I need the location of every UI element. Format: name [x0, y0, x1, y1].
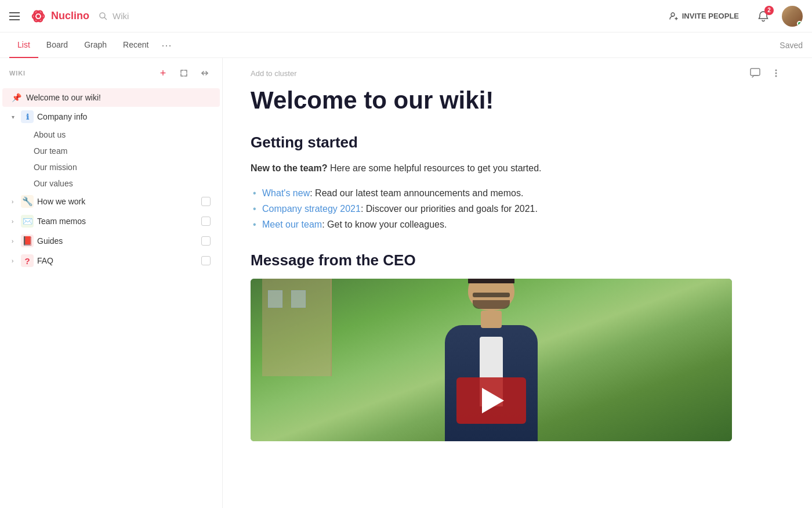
svg-point-7: [775, 70, 777, 71]
guides-icon: 📕: [21, 235, 34, 247]
play-button[interactable]: [456, 377, 526, 424]
sidebar-cluster-faq[interactable]: › ? FAQ: [2, 251, 220, 271]
search-placeholder: Wiki: [113, 11, 129, 21]
content-body: Welcome to our wiki! Getting started New…: [223, 81, 812, 464]
faq-icon: ?: [21, 254, 34, 267]
sidebar-item-welcome[interactable]: 📌 Welcome to our wiki!: [2, 88, 220, 107]
sidebar-title: WIKI: [9, 70, 150, 77]
chevron-right-icon-4[interactable]: ›: [12, 258, 21, 264]
chevron-right-icon-3[interactable]: ›: [12, 238, 21, 244]
svg-point-8: [775, 73, 777, 74]
saved-indicator: Saved: [780, 41, 803, 50]
whats-new-link[interactable]: What's new: [262, 188, 310, 198]
cluster-faq-checkbox[interactable]: [201, 256, 211, 265]
svg-point-3: [37, 15, 40, 18]
ceo-video[interactable]: [251, 279, 732, 441]
cluster-how-we-work-checkbox[interactable]: [201, 197, 211, 206]
nuclino-logo-icon: [29, 7, 48, 26]
cluster-how-we-work-label: How we work: [37, 197, 201, 206]
play-triangle-icon: [482, 388, 504, 413]
svg-rect-6: [751, 69, 760, 75]
ceo-message-heading: Message from the CEO: [251, 251, 784, 269]
online-indicator: [797, 21, 802, 26]
tab-bar: List Board Graph Recent ⋯ Saved: [0, 33, 812, 58]
cluster-faq-label: FAQ: [37, 256, 201, 265]
cluster-guides-checkbox[interactable]: [201, 236, 211, 246]
person-plus-icon: [669, 12, 679, 21]
team-memos-icon: ✉️: [21, 215, 34, 228]
sidebar-item-about-us[interactable]: About us: [2, 127, 220, 143]
search-icon: [99, 12, 108, 21]
chevron-right-icon[interactable]: ›: [12, 199, 21, 205]
top-nav-right: INVITE PEOPLE 2: [664, 6, 803, 27]
comment-icon[interactable]: [747, 65, 763, 81]
svg-point-9: [775, 75, 777, 77]
sidebar-header: WIKI +: [0, 58, 222, 88]
sidebar: WIKI + 📌 Welcome: [0, 58, 223, 508]
sidebar-add-button[interactable]: +: [155, 65, 171, 81]
list-item-meet-team: Meet our team: Get to know your colleagu…: [251, 217, 784, 232]
tab-list[interactable]: List: [9, 33, 38, 58]
search-bar[interactable]: Wiki: [99, 11, 654, 21]
hamburger-menu[interactable]: [9, 12, 20, 20]
sidebar-expand-button[interactable]: [176, 65, 192, 81]
meet-team-link[interactable]: Meet our team: [262, 219, 322, 229]
sidebar-cluster-company-info[interactable]: ▾ ℹ Company info: [2, 107, 220, 127]
content-area: Add to cluster Welcome t: [223, 58, 812, 508]
intro-paragraph: New to the team? Here are some helpful r…: [251, 161, 784, 176]
content-actions: [747, 65, 784, 81]
intro-bold: New to the team?: [251, 163, 327, 173]
invite-label: INVITE PEOPLE: [682, 12, 739, 20]
dots-vertical-icon: [771, 68, 781, 78]
chevron-down-icon[interactable]: ▾: [12, 114, 21, 120]
logo[interactable]: Nuclino: [29, 7, 89, 26]
logo-text: Nuclino: [51, 10, 89, 22]
chevron-right-icon-2[interactable]: ›: [12, 218, 21, 225]
sidebar-item-welcome-label: Welcome to our wiki!: [26, 93, 211, 102]
cluster-team-memos-checkbox[interactable]: [201, 217, 211, 226]
invite-people-button[interactable]: INVITE PEOPLE: [664, 8, 745, 24]
getting-started-heading: Getting started: [251, 134, 784, 152]
company-info-icon: ℹ: [21, 110, 34, 123]
svg-point-5: [671, 13, 675, 16]
sidebar-cluster-guides[interactable]: › 📕 Guides: [2, 231, 220, 251]
sidebar-item-our-team[interactable]: Our team: [2, 143, 220, 159]
cluster-company-info-label: Company info: [37, 112, 201, 121]
tab-recent[interactable]: Recent: [115, 33, 157, 58]
how-we-work-icon: 🔧: [21, 195, 34, 208]
intro-text: Here are some helpful resources to get y…: [327, 163, 541, 173]
list-item-company-strategy: Company strategy 2021: Discover our prio…: [251, 201, 784, 217]
sidebar-cluster-how-we-work[interactable]: › 🔧 How we work: [2, 192, 220, 211]
collapse-icon: [201, 69, 209, 77]
chat-icon: [750, 68, 760, 78]
content-header: Add to cluster: [223, 58, 812, 81]
sidebar-actions: +: [155, 65, 213, 81]
notifications-button[interactable]: 2: [754, 7, 773, 26]
list-item-whats-new: What's new: Read our latest team announc…: [251, 185, 784, 201]
tabs-more-button[interactable]: ⋯: [157, 33, 176, 58]
cluster-team-memos-label: Team memos: [37, 217, 201, 226]
sidebar-cluster-team-memos[interactable]: › ✉️ Team memos: [2, 211, 220, 231]
notification-badge: 2: [764, 6, 774, 15]
page-title: Welcome to our wiki!: [251, 86, 784, 115]
expand-icon: [180, 69, 188, 77]
user-avatar[interactable]: [782, 6, 803, 27]
sidebar-collapse-button[interactable]: [197, 65, 213, 81]
main-layout: WIKI + 📌 Welcome: [0, 58, 812, 508]
cluster-guides-label: Guides: [37, 236, 201, 246]
resources-list: What's new: Read our latest team announc…: [251, 185, 784, 233]
company-strategy-link[interactable]: Company strategy 2021: [262, 204, 361, 214]
add-to-cluster-button[interactable]: Add to cluster: [251, 69, 297, 78]
tab-board[interactable]: Board: [38, 33, 76, 58]
sidebar-item-our-values[interactable]: Our values: [2, 175, 220, 192]
top-nav: Nuclino Wiki INVITE PEOPLE 2: [0, 0, 812, 33]
sidebar-item-our-mission[interactable]: Our mission: [2, 159, 220, 175]
tab-graph[interactable]: Graph: [76, 33, 115, 58]
pin-icon: 📌: [12, 93, 21, 102]
more-options-icon[interactable]: [768, 65, 784, 81]
